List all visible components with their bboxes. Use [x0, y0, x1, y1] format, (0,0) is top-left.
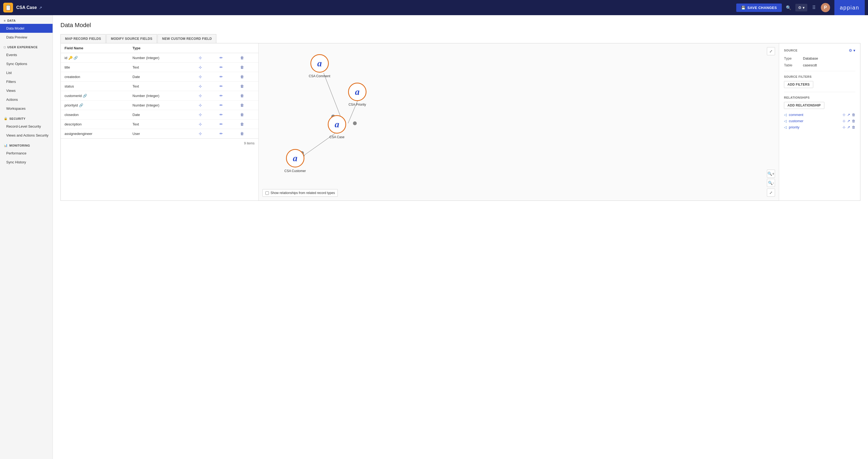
link-icon: 🔗	[73, 56, 78, 60]
delete-icon: 🗑	[240, 94, 244, 98]
sidebar-item-list[interactable]: List	[0, 68, 53, 77]
relationship-priority-link[interactable]: priority	[789, 125, 842, 129]
zoom-out-button[interactable]: 🔍-	[767, 179, 775, 187]
relationship-customer-link[interactable]: customer	[789, 119, 842, 123]
relationship-icon: ◁	[784, 119, 787, 123]
node-csa-customer[interactable]: a CSA Customer	[284, 149, 306, 173]
edit-cell[interactable]: ✏	[216, 81, 237, 91]
sidebar-item-views[interactable]: Views	[0, 86, 53, 95]
expand-icon: ⊹	[199, 131, 202, 136]
type-cell: Text	[129, 81, 195, 91]
save-changes-button[interactable]: 💾 SAVE CHANGES	[736, 3, 782, 12]
csa-customer-circle: a	[286, 149, 304, 167]
add-filters-button[interactable]: ADD FILTERS	[784, 81, 813, 88]
tab-map-record-fields[interactable]: MAP RECORD FIELDS	[60, 34, 106, 43]
edit-icon: ✏	[220, 84, 223, 88]
expand-icon: ⊹	[199, 94, 202, 98]
expand-cell[interactable]: ⊹	[195, 63, 216, 72]
delete-relationship-icon[interactable]: 🗑	[852, 113, 855, 117]
expand-cell[interactable]: ⊹	[195, 110, 216, 120]
expand-cell[interactable]: ⊹	[195, 72, 216, 81]
edit-cell[interactable]: ✏	[216, 91, 237, 101]
source-settings-button[interactable]: ⚙ ▾	[849, 48, 855, 53]
edit-cell[interactable]: ✏	[216, 63, 237, 72]
edit-cell[interactable]: ✏	[216, 101, 237, 110]
delete-cell[interactable]: 🗑	[237, 53, 258, 63]
sidebar-item-views-actions-security[interactable]: Views and Actions Security	[0, 131, 53, 140]
sidebar-item-sync-history[interactable]: Sync History	[0, 158, 53, 167]
delete-relationship-icon[interactable]: 🗑	[852, 125, 855, 129]
tab-new-custom-record-field[interactable]: NEW CUSTOM RECORD FIELD	[157, 34, 216, 43]
external-link-icon[interactable]: ↗	[39, 6, 42, 10]
edit-relationship-icon[interactable]: ↗	[847, 119, 850, 123]
delete-cell[interactable]: 🗑	[237, 110, 258, 120]
sidebar-item-record-level-security[interactable]: Record-Level Security	[0, 122, 53, 131]
user-avatar[interactable]: P	[821, 3, 830, 12]
edit-relationship-icon[interactable]: ↗	[847, 113, 850, 117]
key-icon: 🔑	[68, 56, 73, 60]
sidebar-item-workspaces[interactable]: Workspaces	[0, 104, 53, 113]
edit-cell[interactable]: ✏	[216, 120, 237, 129]
expand-graph-button-bottom[interactable]: ⤢	[767, 189, 775, 197]
delete-cell[interactable]: 🗑	[237, 72, 258, 81]
expand-graph-button[interactable]: ⤢	[767, 47, 775, 55]
expand-icon: ⊹	[199, 65, 202, 69]
expand-cell[interactable]: ⊹	[195, 53, 216, 63]
expand-relationship-icon[interactable]: ⊹	[842, 119, 845, 123]
sidebar-item-events[interactable]: Events	[0, 51, 53, 59]
edit-cell[interactable]: ✏	[216, 53, 237, 63]
relationships-title: RELATIONSHIPS	[784, 96, 855, 99]
edit-relationship-icon[interactable]: ↗	[847, 125, 850, 129]
expand-cell[interactable]: ⊹	[195, 91, 216, 101]
sidebar-item-sync-options[interactable]: Sync Options	[0, 59, 53, 68]
app-logo: 📋	[3, 3, 13, 12]
search-button[interactable]: 🔍	[784, 3, 793, 12]
delete-relationship-icon[interactable]: 🗑	[852, 119, 855, 123]
delete-icon: 🗑	[240, 112, 244, 117]
sidebar-item-performance[interactable]: Performance	[0, 149, 53, 158]
apps-grid-button[interactable]: ⠿	[809, 3, 819, 12]
delete-cell[interactable]: 🗑	[237, 120, 258, 129]
tab-modify-source-fields[interactable]: MODIFY SOURCE FIELDS	[106, 34, 157, 43]
delete-cell[interactable]: 🗑	[237, 63, 258, 72]
main-content: Data Model MAP RECORD FIELDS MODIFY SOUR…	[53, 15, 868, 459]
expand-relationship-icon[interactable]: ⊹	[842, 125, 845, 129]
sidebar-item-data-model[interactable]: Data Model	[0, 24, 53, 33]
node-csa-comment[interactable]: a CSA Comment	[309, 54, 330, 78]
expand-cell[interactable]: ⊹	[195, 129, 216, 138]
delete-cell[interactable]: 🗑	[237, 81, 258, 91]
field-name-cell: status	[61, 81, 129, 91]
delete-cell[interactable]: 🗑	[237, 101, 258, 110]
expand-cell[interactable]: ⊹	[195, 120, 216, 129]
edit-cell[interactable]: ✏	[216, 129, 237, 138]
sidebar-item-filters[interactable]: Filters	[0, 77, 53, 86]
graph-canvas: a CSA Comment a CSA Priority	[258, 43, 779, 200]
col-actions-2	[216, 43, 237, 53]
expand-icon-2: ⤢	[769, 191, 773, 195]
expand-cell[interactable]: ⊹	[195, 101, 216, 110]
relationship-icon: ◁	[784, 125, 787, 129]
delete-cell[interactable]: 🗑	[237, 129, 258, 138]
type-cell: Date	[129, 110, 195, 120]
node-csa-case[interactable]: a CSA Case	[328, 115, 346, 139]
svg-point-4	[353, 121, 357, 125]
add-relationship-button[interactable]: ADD RELATIONSHIP	[784, 102, 824, 109]
node-csa-priority[interactable]: a CSA Priority	[348, 83, 367, 106]
relationship-comment-link[interactable]: comment	[789, 113, 842, 117]
sidebar-item-actions[interactable]: Actions	[0, 95, 53, 104]
zoom-in-icon: 🔍+	[768, 171, 774, 176]
show-relationships-label[interactable]: Show relationships from related record t…	[271, 191, 335, 195]
delete-icon: 🗑	[240, 74, 244, 79]
relationship-priority: ◁ priority ⊹ ↗ 🗑	[784, 125, 855, 129]
field-name-cell: id 🔑 🔗	[61, 53, 129, 63]
sidebar-section-security: 🔒 SECURITY	[0, 113, 53, 122]
show-relationships-checkbox[interactable]	[266, 191, 269, 195]
edit-cell[interactable]: ✏	[216, 110, 237, 120]
zoom-in-button[interactable]: 🔍+	[767, 170, 775, 178]
sidebar-item-data-preview[interactable]: Data Preview	[0, 33, 53, 42]
expand-relationship-icon[interactable]: ⊹	[842, 113, 845, 117]
delete-cell[interactable]: 🗑	[237, 91, 258, 101]
settings-button[interactable]: ⚙ ▾	[795, 4, 807, 11]
expand-cell[interactable]: ⊹	[195, 81, 216, 91]
edit-cell[interactable]: ✏	[216, 72, 237, 81]
